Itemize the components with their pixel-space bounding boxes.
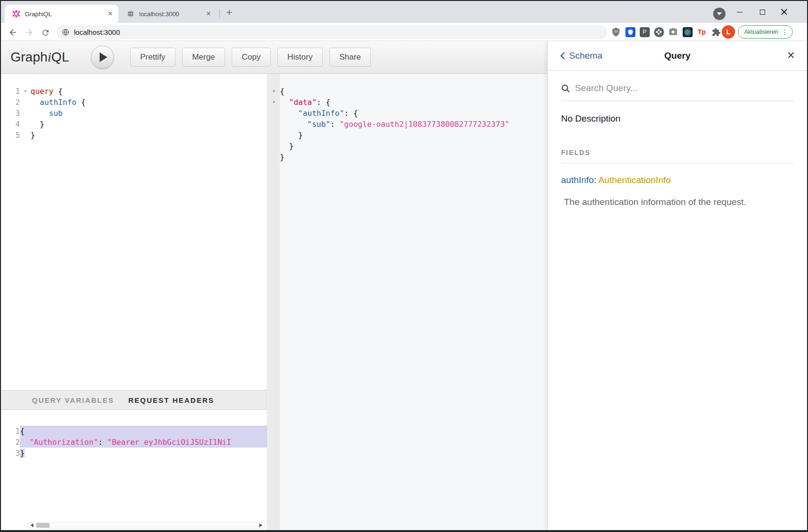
- tab-query-variables[interactable]: QUERY VARIABLES: [32, 396, 114, 404]
- browser-tab-graphiql[interactable]: GraphiQL ×: [5, 5, 118, 23]
- fold-arrow-icon[interactable]: ▾: [20, 86, 31, 97]
- window-maximize-button[interactable]: [753, 5, 771, 19]
- code-line: "sub": "google-oauth2|108377380082777232…: [268, 119, 547, 130]
- code-text: }: [280, 152, 547, 163]
- maximize-icon: [760, 10, 765, 15]
- profile-avatar[interactable]: L: [722, 25, 735, 39]
- doc-back-link[interactable]: Schema: [560, 51, 603, 61]
- doc-field-description: The authentication information of the re…: [561, 197, 794, 207]
- new-tab-button[interactable]: [223, 6, 235, 19]
- graphiql-logo: GraphiQL: [10, 50, 69, 65]
- doc-search: [561, 83, 794, 101]
- query-pane: 1▾query {2 authInfo {3 sub4 }5} QUERY VA…: [1, 74, 267, 530]
- fold-gutter-cell: [20, 97, 31, 108]
- fold-gutter-cell: [268, 119, 280, 130]
- toolbar-button-prettify[interactable]: Prettify: [130, 48, 175, 67]
- extension-bitwarden-icon[interactable]: [624, 26, 636, 38]
- graphiql-app: GraphiQL PrettifyMergeCopyHistoryShare 1…: [1, 41, 807, 530]
- update-button-label: Aktualisieren: [744, 29, 778, 35]
- reload-button[interactable]: [39, 26, 51, 39]
- request-headers-editor[interactable]: 1{2 "Authorization": "Bearer eyJhbGciOiJ…: [1, 410, 267, 522]
- tab-close-icon[interactable]: ×: [206, 10, 211, 18]
- globe-icon: [127, 10, 134, 18]
- window-close-button[interactable]: [775, 5, 793, 19]
- fold-arrow-icon[interactable]: ▾: [268, 97, 280, 108]
- code-text: }: [31, 130, 267, 141]
- code-line: 3 sub: [1, 108, 267, 119]
- extension-tp-icon[interactable]: Tp: [696, 26, 707, 38]
- result-pane: ▾{▾ "data": { "authInfo": { "sub": "goog…: [268, 74, 547, 530]
- tab-search-button[interactable]: [713, 8, 726, 20]
- code-line: ▾ "data": {: [268, 97, 547, 108]
- extensions-puzzle-icon[interactable]: [710, 26, 722, 38]
- back-button[interactable]: [7, 26, 19, 39]
- graphiql-topbar: GraphiQL PrettifyMergeCopyHistoryShare: [1, 41, 547, 74]
- fold-gutter-cell: [268, 141, 280, 152]
- chevron-left-icon: [560, 51, 565, 60]
- doc-field-row: authInfo: AuthenticationInfo: [561, 175, 794, 185]
- code-text: }: [31, 119, 267, 130]
- result-viewer[interactable]: ▾{▾ "data": { "authInfo": { "sub": "goog…: [268, 74, 547, 530]
- site-info-globe-icon[interactable]: [62, 29, 69, 36]
- doc-close-icon[interactable]: ×: [787, 49, 795, 62]
- code-line: 4 }: [1, 119, 267, 130]
- close-icon: [781, 9, 788, 15]
- browser-tab-localhost[interactable]: localhost:3000 ×: [119, 5, 216, 23]
- toolbar-button-share[interactable]: Share: [329, 48, 371, 67]
- play-icon: [100, 52, 107, 62]
- fold-gutter-cell: [20, 119, 31, 130]
- tab-divider: [219, 9, 220, 19]
- tab-strip: GraphiQL × localhost:3000 ×: [1, 1, 807, 23]
- extension-p-icon[interactable]: P: [639, 26, 650, 38]
- code-line: }: [268, 141, 547, 152]
- browser-menu-icon[interactable]: ⋮: [782, 29, 788, 35]
- tab-close-icon[interactable]: ×: [108, 10, 113, 18]
- code-text: "Authorization": "Bearer eyJhbGciOiJSUzI…: [20, 437, 267, 448]
- fold-gutter-cell: [20, 108, 31, 119]
- fold-arrow-icon[interactable]: ▾: [268, 86, 280, 97]
- browser-window: GraphiQL × localhost:3000 ×: [0, 0, 808, 532]
- code-line: 1{: [1, 426, 267, 437]
- horizontal-scrollbar[interactable]: [28, 522, 265, 529]
- doc-fields-heading: FIELDS: [561, 149, 794, 156]
- chevron-down-icon: [717, 12, 722, 15]
- tab-title: GraphiQL: [25, 10, 108, 18]
- doc-field-name[interactable]: authInfo: [561, 175, 594, 185]
- code-line: }: [268, 130, 547, 141]
- query-editor[interactable]: 1▾query {2 authInfo {3 sub4 }5}: [1, 74, 267, 390]
- line-number: 2: [1, 437, 20, 448]
- line-number: 3: [1, 448, 20, 459]
- code-line: }: [268, 152, 547, 163]
- line-number: 3: [1, 108, 20, 119]
- scrollbar-thumb[interactable]: [36, 523, 50, 528]
- code-text: sub: [31, 108, 267, 119]
- code-text: "sub": "google-oauth2|108377380082777232…: [280, 119, 547, 130]
- extension-ublock-icon[interactable]: UO: [610, 26, 622, 38]
- toolbar-button-copy[interactable]: Copy: [232, 48, 271, 67]
- tab-request-headers[interactable]: REQUEST HEADERS: [128, 396, 214, 404]
- scroll-right-icon[interactable]: [259, 523, 262, 527]
- doc-divider: [561, 163, 794, 164]
- doc-explorer: Schema Query × No Description FIELDS aut…: [547, 41, 807, 530]
- scroll-left-icon[interactable]: [31, 523, 33, 527]
- extension-camera-icon[interactable]: [667, 26, 679, 38]
- extension-tp-label: Tp: [697, 28, 706, 36]
- extension-react-devtools-icon[interactable]: [682, 26, 693, 38]
- url-text: localhost:3000: [74, 28, 120, 36]
- address-bar[interactable]: localhost:3000: [56, 25, 607, 39]
- extension-move-icon[interactable]: [653, 26, 665, 38]
- toolbar-button-history[interactable]: History: [277, 48, 323, 67]
- code-text: }: [280, 130, 547, 141]
- forward-button[interactable]: [23, 26, 35, 39]
- line-number: 1: [1, 86, 20, 97]
- secondary-editor-tabs: QUERY VARIABLES REQUEST HEADERS: [1, 390, 267, 410]
- toolbar-button-merge[interactable]: Merge: [182, 48, 225, 67]
- doc-search-input[interactable]: [575, 83, 794, 93]
- execute-query-button[interactable]: [91, 46, 114, 69]
- code-line: ▾{: [268, 86, 547, 97]
- update-browser-button[interactable]: Aktualisieren ⋮: [738, 25, 793, 39]
- doc-field-type[interactable]: AuthenticationInfo: [598, 175, 671, 185]
- window-minimize-button[interactable]: [731, 5, 749, 19]
- back-arrow-icon: [8, 28, 18, 37]
- reload-icon: [41, 28, 50, 37]
